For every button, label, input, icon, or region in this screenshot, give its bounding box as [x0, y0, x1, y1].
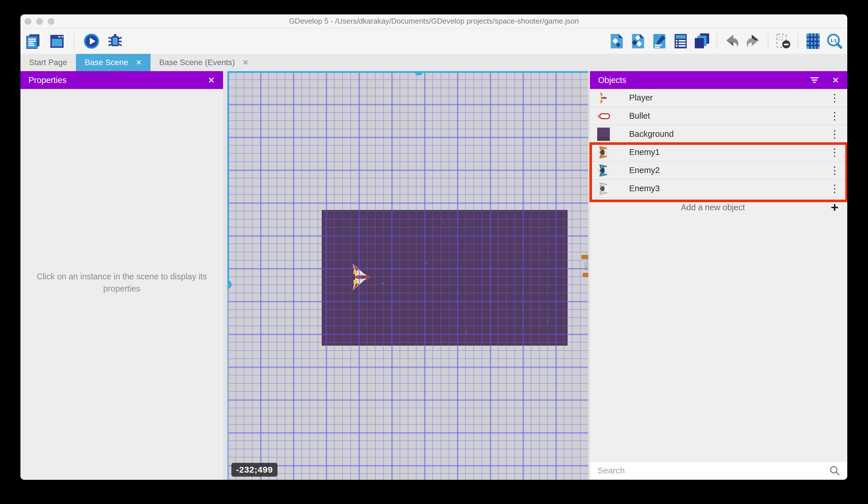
object-search-bar	[590, 462, 847, 479]
object-menu-icon[interactable]: ⋮	[829, 93, 840, 103]
tab-base-scene[interactable]: Base Scene ✕	[76, 54, 151, 71]
object-name: Enemy1	[629, 148, 829, 157]
object-row-enemy3[interactable]: Enemy3 ⋮	[590, 180, 847, 198]
object-menu-icon[interactable]: ⋮	[829, 111, 840, 121]
player-ship-instance[interactable]	[351, 262, 371, 292]
zoom-window-button[interactable]	[48, 18, 54, 25]
tab-bar: Start Page Base Scene ✕ Base Scene (Even…	[20, 54, 847, 71]
scene-window-border-top	[227, 71, 588, 73]
minimize-window-button[interactable]	[36, 18, 43, 25]
close-tab-icon[interactable]: ✕	[242, 59, 249, 66]
scene-canvas[interactable]: -232;499	[227, 71, 588, 480]
redo-icon[interactable]	[745, 33, 762, 50]
object-row-background[interactable]: Background ⋮	[590, 125, 847, 143]
toolbar-separator	[768, 33, 768, 49]
gdevelop-window: GDevelop 5 - /Users/dkarakay/Documents/G…	[20, 14, 847, 480]
grid-icon[interactable]	[805, 33, 822, 50]
filter-icon[interactable]	[809, 76, 819, 84]
properties-panel-title: Properties	[29, 75, 197, 85]
toolbar-separator	[74, 33, 74, 49]
object-menu-icon[interactable]: ⋮	[829, 147, 840, 158]
tab-base-scene-events[interactable]: Base Scene (Events) ✕	[151, 54, 258, 71]
object-menu-icon[interactable]: ⋮	[829, 129, 840, 139]
search-icon	[829, 465, 840, 476]
objects-editor-icon[interactable]	[608, 33, 625, 50]
clipped-enemy-sprite	[582, 273, 588, 277]
object-groups-icon[interactable]	[630, 33, 647, 50]
objects-panel: Objects ✕ Player ⋮ Bullet ⋮	[590, 71, 847, 480]
object-name: Background	[629, 129, 829, 139]
objects-panel-header: Objects ✕	[590, 71, 847, 89]
object-row-enemy2[interactable]: Enemy2 ⋮	[590, 162, 847, 180]
plus-icon: +	[829, 201, 840, 214]
debug-icon[interactable]	[107, 33, 123, 50]
render-mask-icon[interactable]	[775, 33, 792, 50]
editor-content: Properties ✕ Click on an instance in the…	[20, 71, 847, 480]
tab-label: Base Scene (Events)	[159, 58, 235, 67]
scene-resize-handle-left[interactable]	[227, 280, 232, 289]
clipped-enemy-sprite	[584, 261, 588, 270]
scene-resize-handle-top[interactable]	[414, 71, 423, 75]
properties-empty-message: Click on an instance in the scene to dis…	[29, 270, 215, 295]
svg-text:1:1: 1:1	[830, 38, 837, 43]
object-menu-icon[interactable]: ⋮	[829, 165, 840, 176]
toolbar-separator	[798, 33, 798, 49]
tab-label: Base Scene	[85, 58, 128, 67]
tab-label: Start Page	[29, 58, 67, 67]
add-object-label: Add a new object	[597, 203, 829, 212]
toolbar-separator	[717, 33, 717, 49]
properties-panel: Properties ✕ Click on an instance in the…	[20, 71, 223, 480]
titlebar: GDevelop 5 - /Users/dkarakay/Documents/G…	[20, 14, 847, 28]
scene-window-border-left-faded	[227, 284, 229, 480]
scene-window-border-left	[227, 71, 229, 284]
player-ship-icon	[597, 91, 610, 104]
add-object-button[interactable]: Add a new object +	[590, 199, 847, 216]
play-icon[interactable]	[83, 33, 100, 50]
undo-icon[interactable]	[724, 33, 740, 50]
tab-start-page[interactable]: Start Page	[20, 54, 76, 71]
layers-icon[interactable]	[694, 33, 710, 50]
enemy2-ship-icon	[597, 164, 610, 177]
enemy1-ship-icon	[597, 146, 610, 159]
toolbar-left-group	[25, 33, 123, 50]
object-name: Player	[629, 93, 829, 102]
properties-panel-header: Properties ✕	[20, 71, 223, 89]
close-panel-icon[interactable]: ✕	[208, 75, 215, 85]
enemy3-ship-icon	[597, 182, 610, 195]
clipped-enemy-sprite	[581, 255, 588, 259]
toolbar-right-group: 1:1	[608, 33, 843, 50]
close-window-button[interactable]	[25, 18, 31, 25]
object-menu-icon[interactable]: ⋮	[829, 183, 840, 194]
object-name: Enemy2	[629, 165, 829, 175]
object-row-enemy1[interactable]: Enemy1 ⋮	[590, 143, 847, 162]
object-name: Enemy3	[629, 184, 829, 193]
cursor-coordinates-badge: -232;499	[231, 463, 277, 477]
object-row-bullet[interactable]: Bullet ⋮	[590, 107, 847, 125]
close-panel-icon[interactable]: ✕	[832, 75, 839, 85]
object-row-player[interactable]: Player ⋮	[590, 89, 847, 107]
object-name: Bullet	[629, 111, 829, 121]
instances-list-icon[interactable]	[672, 33, 689, 50]
search-input[interactable]	[598, 466, 829, 475]
background-swatch-icon	[597, 128, 610, 141]
main-toolbar: 1:1	[20, 28, 847, 54]
project-manager-icon[interactable]	[25, 33, 42, 50]
close-tab-icon[interactable]: ✕	[136, 59, 142, 66]
scene-window-icon[interactable]	[49, 33, 65, 50]
window-title: GDevelop 5 - /Users/dkarakay/Documents/G…	[20, 14, 847, 28]
scene-properties-icon[interactable]	[651, 33, 668, 50]
objects-panel-title: Objects	[598, 75, 809, 85]
zoom-reset-icon[interactable]: 1:1	[826, 33, 843, 50]
bullet-icon	[597, 109, 610, 123]
